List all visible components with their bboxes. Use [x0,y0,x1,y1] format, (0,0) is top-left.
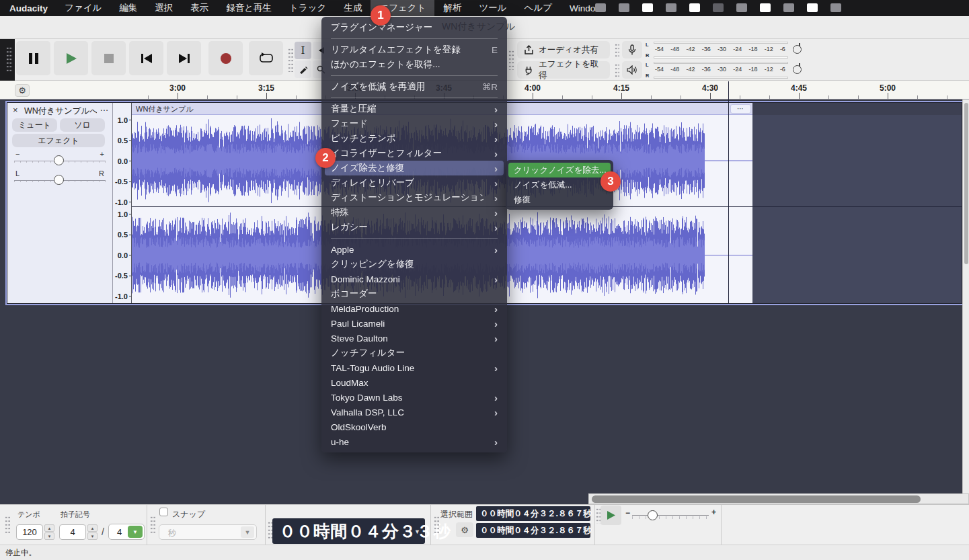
effects-menu-item[interactable]: クリッピングを修復 [325,257,504,272]
menubar-status-icon[interactable] [760,3,771,12]
stepper-up-icon[interactable]: ▲ [44,524,54,532]
effects-menu-item[interactable]: Steve Daulton › [325,331,504,346]
pan-slider-thumb[interactable] [54,175,64,185]
effects-menu-item[interactable]: ほかのエフェクトを取得... [325,57,504,72]
play-speed-slider[interactable] [632,515,709,519]
menubar-status-icon[interactable] [666,3,676,12]
track-name[interactable]: WN付きサンプルへ [24,106,97,117]
clip-overflow-button[interactable]: ⋯ [730,104,751,114]
submenu-item[interactable]: ノイズを低減... [508,177,611,192]
pause-button[interactable] [16,41,50,75]
play-at-speed-button[interactable] [600,506,621,525]
effects-menu-item[interactable]: ディレイとリバーブ › [325,175,504,190]
menubar-item[interactable]: ヘルプ [516,0,561,16]
effects-menu-item[interactable]: ピッチとテンポ › [325,131,504,146]
stepper-down-icon[interactable]: ▼ [87,532,98,540]
time-signature-lower-select[interactable]: 4 ▼ [108,524,145,540]
recording-meter-grip[interactable] [615,43,619,58]
menubar-item[interactable]: ツール [470,0,515,16]
effects-menu-item[interactable]: レガシー › [325,220,504,235]
menubar-item[interactable]: 選択 [146,0,182,16]
horizontal-scrollbar-thumb[interactable] [592,495,921,503]
recording-meter-button[interactable] [622,41,642,58]
time-signature-dropdown-button[interactable]: ▼ [128,526,143,538]
menubar-item[interactable]: 編集 [110,0,146,16]
draw-tool-button[interactable] [295,61,311,78]
menubar-app-name[interactable]: Audacity [0,0,56,16]
selection-start-field[interactable]: ００時間０４分３２.８６７秒 ▼ [476,506,590,521]
menubar-status-icon[interactable] [595,3,606,12]
chevron-down-icon[interactable]: ▼ [241,526,254,538]
menubar-status-icon[interactable] [736,3,747,12]
play-speed-slider-thumb[interactable] [648,510,658,520]
effects-menu-item[interactable]: ディストーションとモジュレーション › [325,190,504,205]
menubar-item[interactable]: 解析 [434,0,470,16]
menubar-item[interactable]: 表示 [182,0,217,16]
loop-button[interactable] [249,41,283,75]
menubar-item[interactable]: 録音と再生 [217,0,280,16]
get-effects-button[interactable]: エフェクトを取得 [517,61,610,79]
tools-toolbar-grip[interactable] [288,48,293,72]
skip-to-end-button[interactable] [167,41,201,75]
effects-menu-item[interactable]: Paul Licameli › [325,316,504,331]
tempo-input[interactable]: 120 [16,524,43,540]
effects-menu-item[interactable]: リアルタイムエフェクトを登録 E [325,42,504,57]
selection-tool-button[interactable]: I [295,42,311,59]
dropdown-arrow-icon[interactable]: ▼ [582,511,587,516]
effects-menu-item[interactable]: LoudMax [325,375,504,390]
stepper-down-icon[interactable]: ▼ [44,532,54,540]
playback-meter[interactable]: L R -54-48-42-36-30-24-18-12-6 [644,61,806,79]
selection-toolbar-grip[interactable] [434,516,439,534]
stop-button[interactable] [91,41,126,75]
menubar-status-icon[interactable] [619,3,629,12]
vertical-scrollbar[interactable] [962,99,969,493]
menubar-status-icon[interactable] [807,3,818,12]
play-button[interactable] [54,41,88,75]
dropdown-arrow-icon[interactable]: ▼ [582,528,587,532]
effects-menu-item[interactable]: ノッチフィルター [325,346,504,360]
track-empty-area[interactable] [752,103,962,303]
gain-slider-thumb[interactable] [54,155,64,165]
selection-end-field[interactable]: ００時間０４分３２.８６７秒 ▼ [476,523,590,538]
skip-to-start-button[interactable] [129,41,163,75]
snap-unit-dropdown[interactable]: 秒 ▼ [159,524,257,540]
effects-menu-item[interactable]: u-he › [325,434,504,449]
solo-button[interactable]: ソロ [60,118,105,132]
vertical-scrollbar-thumb[interactable] [964,103,968,264]
menubar-status-icon[interactable] [713,3,724,12]
effects-menu-item[interactable]: Tokyo Dawn Labs › [325,390,504,405]
effects-menu-item[interactable]: プラグインマネージャー [325,20,504,35]
stepper-up-icon[interactable]: ▲ [87,524,98,532]
effects-menu-item[interactable]: ボコーダー [325,286,504,301]
audio-position-display[interactable]: ００時間０４分３３秒 ▼ [272,518,425,544]
snap-checkbox[interactable] [159,508,168,516]
playhead-cursor[interactable] [728,81,729,303]
submenu-item[interactable]: 修復 [508,192,611,207]
effects-menu-item[interactable]: Valhalla DSP, LLC › [325,405,504,419]
menubar-item[interactable]: 生成 [335,0,371,16]
effects-menu-item[interactable]: Dominic Mazzoni › [325,272,504,286]
mute-button[interactable]: ミュート [12,118,57,132]
record-button[interactable] [208,41,243,75]
submenu-item[interactable]: クリックノイズを除去... [508,163,611,177]
time-signature-upper-input[interactable]: 4 [59,524,86,540]
time-signature-stepper[interactable]: ▲▼ [87,524,98,540]
transport-toolbar-grip[interactable] [6,46,13,73]
effects-menu-item[interactable]: 音量と圧縮 › [325,102,504,116]
share-audio-button[interactable]: オーディオ共有 [517,41,610,58]
effects-menu-item[interactable]: ノイズ除去と修復 › [325,161,504,175]
playback-meter-button[interactable] [622,61,642,79]
play-speed-toolbar-grip[interactable] [596,508,600,524]
tempo-stepper[interactable]: ▲▼ [44,524,54,540]
effects-menu-item[interactable]: フェード › [325,116,504,131]
dropdown-arrow-icon[interactable]: ▼ [414,528,420,535]
share-toolbar-grip[interactable] [508,50,514,70]
effects-menu-item[interactable]: 特殊 › [325,205,504,220]
effects-menu-item[interactable]: Apple › [325,242,504,257]
menubar-status-icon[interactable] [783,3,794,12]
timeline-options-button[interactable]: ⚙ [15,84,30,97]
time-signature-toolbar-grip[interactable] [5,516,10,534]
effects-menu-item[interactable]: MeldaProduction › [325,301,504,316]
selection-settings-button[interactable]: ⚙ [456,522,473,537]
track-overflow-button[interactable]: ⋯ [100,105,110,115]
